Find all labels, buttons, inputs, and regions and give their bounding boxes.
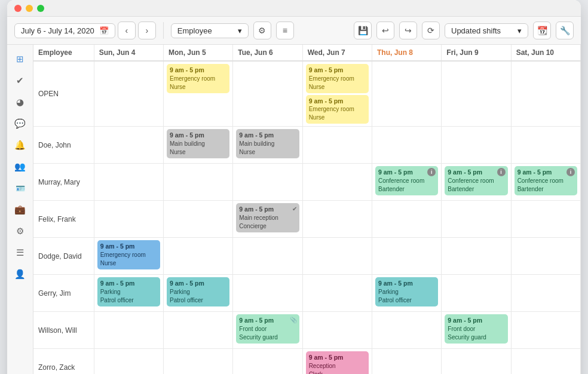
shift-block[interactable]: 9 am - 5 pm Conference room Bartender i: [514, 166, 577, 195]
cell[interactable]: [372, 238, 441, 275]
cell[interactable]: [442, 349, 511, 374]
calendar-view-button[interactable]: 📆: [533, 22, 551, 39]
cell[interactable]: [511, 312, 580, 349]
cell-open-wed[interactable]: 9 am - 5 pm Emergency room Nurse 9 am - …: [302, 61, 372, 127]
cell[interactable]: [511, 201, 580, 238]
cell[interactable]: [94, 312, 163, 349]
shift-block[interactable]: 9 am - 5 pm Reception Clerk: [306, 351, 369, 374]
shift-block[interactable]: 9 am - 5 pm Emergency room Nurse: [167, 64, 229, 93]
sidebar-icon-briefcase[interactable]: 💼: [11, 200, 30, 219]
cell[interactable]: [163, 201, 232, 238]
cell[interactable]: 9 am - 5 pm Front door Security guard 📎: [233, 312, 302, 349]
cell[interactable]: 9 am - 5 pm Parking Patrol officer: [372, 275, 441, 312]
sidebar-icon-grid[interactable]: ⊞: [11, 50, 30, 69]
maximize-dot[interactable]: [37, 5, 44, 12]
cell[interactable]: [442, 275, 511, 312]
sidebar-icon-check[interactable]: ✔: [11, 71, 30, 90]
cell[interactable]: 9 am - 5 pm Conference room Bartender i: [372, 164, 441, 201]
shift-block[interactable]: 9 am - 5 pm Emergency room Nurse: [306, 95, 369, 124]
sidebar-icon-list[interactable]: ☰: [11, 243, 30, 262]
cell[interactable]: 9 am - 5 pm Main reception Concierge ✔: [233, 201, 302, 238]
close-dot[interactable]: [14, 5, 22, 12]
cell[interactable]: [372, 312, 441, 349]
cell[interactable]: [511, 238, 580, 275]
cell[interactable]: 9 am - 5 pm Main building Nurse: [233, 127, 302, 164]
shift-block[interactable]: 9 am - 5 pm Main building Nurse: [167, 129, 229, 158]
refresh-button[interactable]: ⟳: [422, 22, 440, 39]
cell-open-fri[interactable]: [442, 61, 511, 127]
sidebar-icon-chart[interactable]: ◕: [11, 93, 30, 112]
sidebar-icon-user[interactable]: 👤: [11, 265, 30, 284]
undo-button[interactable]: ↩: [376, 22, 394, 39]
cell[interactable]: 9 am - 5 pm Main building Nurse: [163, 127, 232, 164]
cell[interactable]: [233, 164, 302, 201]
cell[interactable]: [372, 201, 441, 238]
employee-dropdown[interactable]: Employee ▾: [171, 23, 249, 38]
shift-block[interactable]: 9 am - 5 pm Front door Security guard: [445, 314, 507, 344]
cell[interactable]: [302, 127, 372, 164]
cell[interactable]: [163, 164, 232, 201]
cell[interactable]: 9 am - 5 pm Parking Patrol officer: [163, 275, 232, 312]
cell[interactable]: 9 am - 5 pm Emergency room Nurse: [94, 238, 163, 275]
cell[interactable]: [94, 127, 163, 164]
cell[interactable]: 9 am - 5 pm Conference room Bartender i: [511, 164, 580, 201]
next-button[interactable]: ›: [138, 22, 156, 39]
cell[interactable]: [233, 275, 302, 312]
cell-open-thu[interactable]: [372, 61, 441, 127]
updated-shifts-dropdown[interactable]: Updated shifts ▾: [445, 23, 528, 38]
cell[interactable]: [302, 275, 372, 312]
shift-block[interactable]: 9 am - 5 pm Main reception Concierge ✔: [236, 203, 299, 232]
sidebar-icon-gear[interactable]: ⚙: [11, 222, 30, 241]
cell[interactable]: [233, 238, 302, 275]
prev-button[interactable]: ‹: [118, 22, 136, 39]
shift-block[interactable]: 9 am - 5 pm Emergency room Nurse: [306, 64, 369, 93]
cell[interactable]: 9 am - 5 pm Reception Clerk: [302, 349, 372, 374]
cell-open-tue[interactable]: [233, 61, 302, 127]
filter-button[interactable]: ≡: [276, 22, 294, 39]
cell[interactable]: [94, 201, 163, 238]
cell[interactable]: [302, 238, 372, 275]
shift-block[interactable]: 9 am - 5 pm Parking Patrol officer: [97, 277, 160, 306]
wrench-button[interactable]: 🔧: [556, 22, 574, 39]
shift-block[interactable]: 9 am - 5 pm Parking Patrol officer: [167, 277, 229, 306]
sidebar-icon-people[interactable]: 👥: [11, 157, 30, 176]
shift-block[interactable]: 9 am - 5 pm Emergency room Nurse: [97, 240, 160, 269]
cell[interactable]: [302, 312, 372, 349]
shift-block[interactable]: 9 am - 5 pm Conference room Bartender i: [375, 166, 438, 195]
cell-open-sat[interactable]: [511, 61, 580, 127]
cell[interactable]: [163, 349, 232, 374]
shift-block[interactable]: 9 am - 5 pm Main building Nurse: [236, 129, 299, 158]
cell[interactable]: 9 am - 5 pm Parking Patrol officer: [94, 275, 163, 312]
cell[interactable]: [302, 201, 372, 238]
cell[interactable]: [372, 127, 441, 164]
cell[interactable]: 9 am - 5 pm Front door Security guard: [442, 312, 511, 349]
cell[interactable]: [442, 238, 511, 275]
shift-block[interactable]: 9 am - 5 pm Parking Patrol officer: [375, 277, 438, 306]
cell[interactable]: [372, 349, 441, 374]
cell[interactable]: [94, 164, 163, 201]
shift-block[interactable]: 9 am - 5 pm Conference room Bartender i: [445, 166, 507, 195]
cell[interactable]: [94, 349, 163, 374]
cell[interactable]: 9 am - 5 pm Conference room Bartender i: [442, 164, 511, 201]
cell[interactable]: [511, 275, 580, 312]
cell[interactable]: [163, 238, 232, 275]
cell[interactable]: [163, 312, 232, 349]
table-row: OPEN 9 am - 5 pm Emergency room Nurse: [33, 61, 581, 127]
cell[interactable]: [442, 201, 511, 238]
cell[interactable]: [302, 164, 372, 201]
sidebar-icon-person-badge[interactable]: 🪪: [11, 179, 30, 198]
cell[interactable]: [442, 127, 511, 164]
sidebar-icon-chat[interactable]: 💬: [11, 114, 30, 133]
settings-button[interactable]: ⚙: [253, 22, 271, 39]
redo-button[interactable]: ↪: [399, 22, 417, 39]
date-range-button[interactable]: July 6 - July 14, 2020 📅: [14, 23, 115, 38]
cell-open-sun[interactable]: [94, 61, 163, 127]
cell[interactable]: [233, 349, 302, 374]
minimize-dot[interactable]: [26, 5, 33, 12]
shift-block[interactable]: 9 am - 5 pm Front door Security guard 📎: [236, 314, 299, 344]
cell[interactable]: [511, 127, 580, 164]
save-button[interactable]: 💾: [354, 22, 372, 39]
cell[interactable]: [511, 349, 580, 374]
cell-open-mon[interactable]: 9 am - 5 pm Emergency room Nurse: [163, 61, 232, 127]
sidebar-icon-bell[interactable]: 🔔: [11, 136, 30, 155]
